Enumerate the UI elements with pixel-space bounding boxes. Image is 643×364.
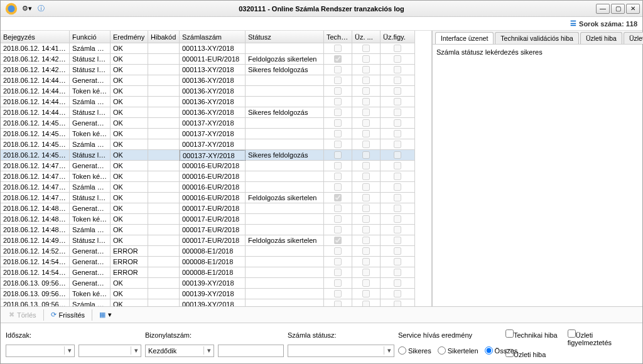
row-checkbox[interactable] — [334, 77, 342, 84]
help-icon[interactable]: ⓘ — [35, 3, 47, 14]
table-row[interactable]: 2018.06.12. 14:41:47Számla küldésOK00011… — [1, 43, 431, 54]
row-checkbox[interactable] — [394, 98, 401, 105]
row-checkbox[interactable] — [362, 194, 370, 201]
row-checkbox[interactable] — [362, 205, 370, 212]
table-row[interactable]: 2018.06.12. 14:48:24Token kérésOK000017-… — [1, 214, 431, 225]
row-checkbox[interactable] — [334, 162, 342, 169]
row-checkbox[interactable] — [362, 77, 370, 84]
chk-uzleti-figy[interactable]: Üzleti figyelmeztetés — [568, 329, 637, 346]
row-checkbox[interactable] — [394, 173, 401, 180]
gear-icon[interactable]: ⚙▾ — [21, 3, 33, 14]
row-checkbox[interactable] — [334, 183, 342, 191]
row-checkbox[interactable] — [394, 141, 401, 148]
table-row[interactable]: 2018.06.12. 14:45:42GenerateXMLOK000137-… — [1, 118, 431, 129]
table-row[interactable]: 2018.06.12. 14:54:32GenerateXMLERROR0000… — [1, 267, 431, 278]
row-checkbox[interactable] — [334, 173, 342, 180]
combo-idoszak-from[interactable]: ▾ — [6, 345, 75, 357]
row-checkbox[interactable] — [362, 215, 370, 223]
row-checkbox[interactable] — [362, 45, 370, 52]
column-header[interactable]: Eredmény — [111, 31, 148, 43]
row-checkbox[interactable] — [394, 151, 401, 159]
radio-osszes[interactable]: Összes — [485, 346, 518, 355]
delete-button[interactable]: ✖ Törlés — [4, 309, 41, 321]
column-header[interactable]: Számlaszám — [180, 31, 246, 43]
row-checkbox[interactable] — [394, 247, 401, 255]
close-button[interactable]: ✕ — [626, 4, 640, 14]
table-row[interactable]: 2018.06.12. 14:47:12GenerateXMLOK000016-… — [1, 161, 431, 171]
row-checkbox[interactable] — [334, 55, 342, 63]
row-checkbox[interactable] — [334, 247, 342, 255]
row-checkbox[interactable] — [334, 151, 342, 159]
row-checkbox[interactable] — [334, 87, 342, 95]
row-checkbox[interactable] — [334, 194, 342, 201]
row-checkbox[interactable] — [394, 87, 401, 95]
chk-technikai-hiba[interactable]: Technikai hiba — [505, 329, 558, 346]
table-row[interactable]: 2018.06.12. 14:42:32Státusz lek...OK0001… — [1, 65, 431, 75]
export-button[interactable]: ▦ ▾ — [95, 309, 116, 321]
row-checkbox[interactable] — [362, 119, 370, 127]
row-checkbox[interactable] — [394, 290, 401, 297]
column-header[interactable]: Üz. ... — [352, 31, 381, 43]
row-checkbox[interactable] — [362, 98, 370, 105]
table-row[interactable]: 2018.06.12. 14:44:41Token kérésOK000136-… — [1, 86, 431, 97]
column-header[interactable]: Techni... — [324, 31, 352, 43]
row-checkbox[interactable] — [334, 237, 342, 244]
combo-szamla-statusz[interactable]: ▾ — [288, 345, 394, 357]
row-checkbox[interactable] — [334, 301, 342, 306]
row-checkbox[interactable] — [394, 237, 401, 244]
table-row[interactable]: 2018.06.12. 14:48:24Számla küldésOK00001… — [1, 225, 431, 235]
row-checkbox[interactable] — [394, 130, 401, 137]
row-checkbox[interactable] — [394, 183, 401, 191]
row-checkbox[interactable] — [362, 109, 370, 116]
row-checkbox[interactable] — [362, 55, 370, 63]
row-checkbox[interactable] — [394, 77, 401, 84]
column-header[interactable]: Üz.figy. — [381, 31, 415, 43]
row-checkbox[interactable] — [362, 269, 370, 276]
table-row[interactable]: 2018.06.12. 14:48:24GenerateXMLOK000017-… — [1, 203, 431, 214]
tab-technikai-validacios-hiba[interactable]: Technikai validációs hiba — [495, 32, 579, 44]
row-checkbox[interactable] — [334, 109, 342, 116]
row-checkbox[interactable] — [362, 279, 370, 287]
row-checkbox[interactable] — [334, 226, 342, 233]
table-row[interactable]: 2018.06.12. 14:47:37Státusz lek...OK0000… — [1, 193, 431, 203]
table-row[interactable]: 2018.06.13. 09:56:31Számla küldésOK00013… — [1, 299, 431, 306]
row-checkbox[interactable] — [362, 130, 370, 137]
row-checkbox[interactable] — [362, 183, 370, 191]
tab-interface-uzenet[interactable]: Interface üzenet — [435, 32, 494, 44]
row-checkbox[interactable] — [362, 87, 370, 95]
row-checkbox[interactable] — [334, 290, 342, 297]
column-header[interactable]: Bejegyzés — [1, 31, 70, 43]
table-row[interactable]: 2018.06.12. 14:44:41Számla küldésOK00013… — [1, 97, 431, 107]
combo-idoszak-to[interactable]: ▾ — [78, 345, 141, 357]
radio-sikertelen[interactable]: Sikertelen — [438, 346, 478, 355]
row-checkbox[interactable] — [394, 66, 401, 73]
table-row[interactable]: 2018.06.13. 09:56:31Token kérésOK000139-… — [1, 289, 431, 299]
row-checkbox[interactable] — [362, 66, 370, 73]
table-row[interactable]: 2018.06.12. 14:45:42Token kérésOK000137-… — [1, 129, 431, 139]
row-checkbox[interactable] — [394, 55, 401, 63]
row-checkbox[interactable] — [362, 141, 370, 148]
row-checkbox[interactable] — [334, 279, 342, 287]
input-bizonylat[interactable] — [218, 345, 284, 357]
row-checkbox[interactable] — [394, 226, 401, 233]
table-row[interactable]: 2018.06.12. 14:44:56Státusz lek...OK0001… — [1, 107, 431, 118]
row-checkbox[interactable] — [334, 119, 342, 127]
tab-uzleti-hiba[interactable]: Üzleti hiba — [580, 32, 622, 44]
table-row[interactable]: 2018.06.12. 14:47:12Számla küldésOK00001… — [1, 182, 431, 193]
column-header[interactable]: Funkció — [70, 31, 111, 43]
row-checkbox[interactable] — [394, 119, 401, 127]
row-checkbox[interactable] — [394, 194, 401, 201]
minimize-button[interactable]: — — [596, 4, 610, 14]
row-checkbox[interactable] — [334, 130, 342, 137]
row-checkbox[interactable] — [334, 215, 342, 223]
row-checkbox[interactable] — [334, 45, 342, 52]
maximize-button[interactable]: ▢ — [611, 4, 625, 14]
row-checkbox[interactable] — [362, 258, 370, 265]
row-checkbox[interactable] — [394, 205, 401, 212]
column-header[interactable]: Státusz — [246, 31, 324, 43]
table-row[interactable]: 2018.06.12. 14:54:28GenerateXMLERROR0000… — [1, 257, 431, 267]
combo-bizonylat-mode[interactable]: Kezdődik▾ — [145, 345, 214, 357]
row-checkbox[interactable] — [362, 162, 370, 169]
radio-sikeres[interactable]: Sikeres — [398, 346, 431, 355]
table-row[interactable]: 2018.06.12. 14:45:57Státusz lek...OK0001… — [1, 150, 431, 161]
